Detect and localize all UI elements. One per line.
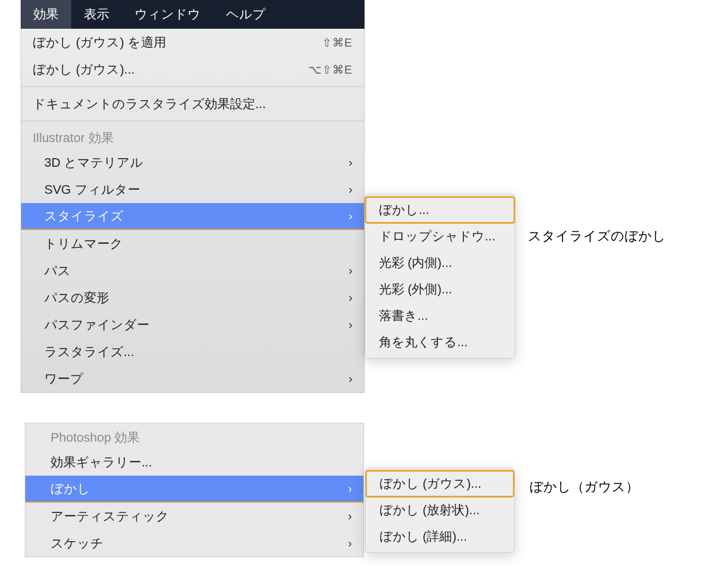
submenu-item-label: ドロップシャドウ...	[379, 228, 495, 245]
menubar-item-effect[interactable]: 効果	[21, 0, 71, 29]
effect-dropdown-menu: ぼかし (ガウス) を適用 ⇧⌘E ぼかし (ガウス)... ⌥⇧⌘E ドキュメ…	[21, 29, 365, 393]
chevron-right-icon: ›	[348, 372, 352, 385]
menu-item-label: ぼかし	[51, 480, 348, 498]
photoshop-effects-figure: Photoshop 効果 効果ギャラリー... ぼかし › アーティスティック …	[25, 423, 525, 557]
figure-gap	[0, 403, 414, 423]
menu-item-blur[interactable]: ぼかし ›	[25, 476, 363, 503]
chevron-right-icon: ›	[348, 264, 352, 277]
submenu-item-label: ぼかし (放射状)...	[380, 502, 480, 519]
menu-section-header-photoshop: Photoshop 効果	[25, 423, 363, 449]
menu-item-label: スタイライズ	[44, 208, 348, 225]
submenu-item-round-corners[interactable]: 角を丸くする...	[365, 329, 515, 355]
submenu-item-radial-blur[interactable]: ぼかし (放射状)...	[366, 497, 514, 523]
chevron-right-icon: ›	[348, 510, 352, 523]
menu-item-last-effect-options[interactable]: ぼかし (ガウス)... ⌥⇧⌘E	[21, 56, 364, 83]
submenu-item-label: 角を丸くする...	[379, 334, 468, 351]
effect-menu-figure: 効果 表示 ウィンドウ ヘルプ ぼかし (ガウス) を適用 ⇧⌘E ぼかし (ガ…	[21, 0, 521, 393]
menu-item-pathfinder[interactable]: パスファインダー ›	[21, 311, 364, 338]
menu-item-shortcut: ⇧⌘E	[322, 36, 352, 49]
submenu-item-label: 落書き...	[379, 307, 428, 324]
menubar-item-view[interactable]: 表示	[71, 0, 122, 29]
menu-item-rasterize[interactable]: ラスタライズ...	[21, 338, 364, 365]
menu-item-label: パスの変形	[44, 289, 348, 307]
menu-item-artistic[interactable]: アーティスティック ›	[25, 503, 363, 530]
menu-item-label: ぼかし (ガウス)...	[33, 61, 308, 78]
annotation-gaussian-blur: ぼかし（ガウス）	[530, 478, 639, 496]
menu-item-trim-marks[interactable]: トリムマーク	[21, 230, 364, 257]
chevron-right-icon: ›	[348, 318, 352, 331]
menu-section-header-illustrator: Illustrator 効果	[21, 125, 364, 149]
chevron-right-icon: ›	[348, 537, 352, 550]
chevron-right-icon: ›	[348, 209, 352, 223]
blur-submenu: ぼかし (ガウス)... ぼかし (放射状)... ぼかし (詳細)...	[365, 468, 515, 553]
menu-item-label: ラスタライズ...	[44, 343, 352, 361]
chevron-right-icon: ›	[348, 156, 352, 169]
chevron-right-icon: ›	[348, 482, 352, 495]
submenu-item-scribble[interactable]: 落書き...	[365, 303, 515, 329]
menu-item-label: 効果ギャラリー...	[51, 454, 352, 471]
submenu-item-label: 光彩 (外側)...	[379, 281, 452, 298]
submenu-item-label: ぼかし (詳細)...	[380, 528, 467, 545]
menu-item-effect-gallery[interactable]: 効果ギャラリー...	[25, 449, 363, 476]
menu-item-label: パス	[44, 262, 348, 280]
annotation-stylize-blur: スタイライズのぼかし	[528, 227, 666, 245]
submenu-item-feather[interactable]: ぼかし...	[365, 197, 515, 223]
menu-item-apply-last-effect[interactable]: ぼかし (ガウス) を適用 ⇧⌘E	[21, 29, 364, 56]
app-menubar: 効果 表示 ウィンドウ ヘルプ	[21, 0, 365, 29]
chevron-right-icon: ›	[348, 291, 352, 304]
menu-item-distort-transform[interactable]: パスの変形 ›	[21, 284, 364, 311]
menu-separator	[21, 86, 364, 87]
menu-item-label: ドキュメントのラスタライズ効果設定...	[33, 95, 352, 113]
submenu-item-drop-shadow[interactable]: ドロップシャドウ...	[365, 223, 515, 250]
menu-separator	[21, 121, 364, 121]
menu-item-label: スケッチ	[51, 535, 348, 552]
menu-item-document-raster-settings[interactable]: ドキュメントのラスタライズ効果設定...	[21, 90, 364, 117]
menu-item-shortcut: ⌥⇧⌘E	[308, 63, 352, 76]
menu-item-3d-material[interactable]: 3D とマテリアル ›	[21, 149, 364, 176]
menu-item-label: 3D とマテリアル	[44, 154, 348, 171]
menu-item-stylize[interactable]: スタイライズ ›	[21, 203, 364, 230]
menubar-item-window[interactable]: ウィンドウ	[122, 0, 213, 29]
menu-item-label: ぼかし (ガウス) を適用	[33, 34, 322, 51]
menu-item-path[interactable]: パス ›	[21, 257, 364, 284]
menu-item-sketch[interactable]: スケッチ ›	[25, 530, 363, 557]
submenu-item-label: ぼかし...	[379, 201, 429, 219]
menubar-item-help[interactable]: ヘルプ	[213, 0, 278, 29]
menu-item-label: ワープ	[44, 370, 348, 388]
submenu-item-label: ぼかし (ガウス)...	[380, 475, 481, 492]
menu-item-label: パスファインダー	[44, 316, 348, 334]
menu-item-label: SVG フィルター	[44, 181, 348, 198]
submenu-item-label: 光彩 (内側)...	[379, 254, 452, 271]
submenu-item-inner-glow[interactable]: 光彩 (内側)...	[365, 250, 515, 276]
submenu-item-smart-blur[interactable]: ぼかし (詳細)...	[366, 523, 514, 550]
submenu-item-outer-glow[interactable]: 光彩 (外側)...	[365, 276, 515, 303]
stylize-submenu: ぼかし... ドロップシャドウ... 光彩 (内側)... 光彩 (外側)...…	[365, 194, 515, 358]
menu-item-warp[interactable]: ワープ ›	[21, 365, 364, 392]
photoshop-effects-menu-section: Photoshop 効果 効果ギャラリー... ぼかし › アーティスティック …	[25, 423, 364, 557]
menu-item-label: アーティスティック	[51, 508, 348, 525]
chevron-right-icon: ›	[348, 183, 352, 196]
menu-item-svg-filter[interactable]: SVG フィルター ›	[21, 176, 364, 203]
menu-item-label: トリムマーク	[44, 235, 352, 252]
submenu-item-gaussian-blur[interactable]: ぼかし (ガウス)...	[366, 470, 514, 497]
